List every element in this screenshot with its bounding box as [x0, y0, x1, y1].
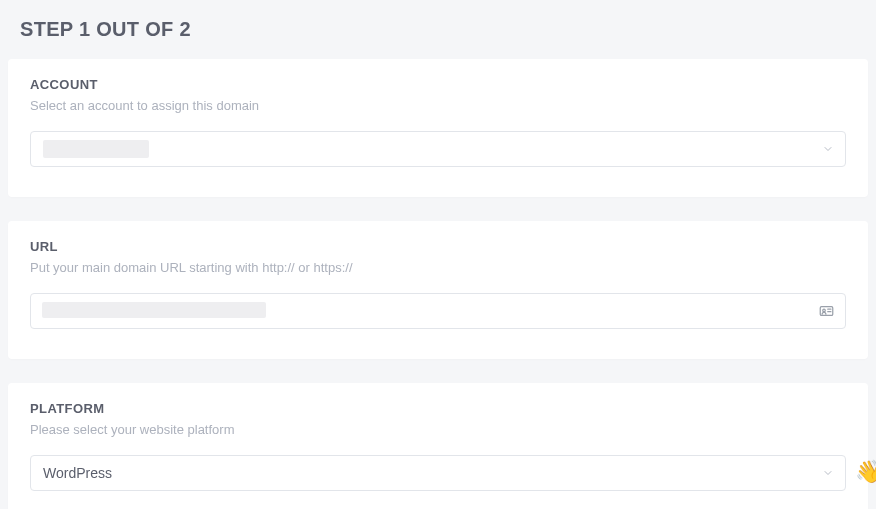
platform-select-value: WordPress — [43, 465, 112, 481]
account-select[interactable] — [30, 131, 846, 167]
wave-emoji-icon[interactable]: 👋 — [855, 459, 876, 485]
account-card: ACCOUNT Select an account to assign this… — [8, 59, 868, 197]
step-title: STEP 1 OUT OF 2 — [20, 18, 868, 41]
url-card-subtitle: Put your main domain URL starting with h… — [30, 260, 846, 275]
platform-card-title: PLATFORM — [30, 401, 846, 416]
platform-card-subtitle: Please select your website platform — [30, 422, 846, 437]
platform-select[interactable]: WordPress — [30, 455, 846, 491]
url-input[interactable] — [30, 293, 846, 329]
url-card-title: URL — [30, 239, 846, 254]
platform-card: PLATFORM Please select your website plat… — [8, 383, 868, 509]
url-card: URL Put your main domain URL starting wi… — [8, 221, 868, 359]
account-select-value — [43, 140, 149, 158]
account-card-subtitle: Select an account to assign this domain — [30, 98, 846, 113]
account-card-title: ACCOUNT — [30, 77, 846, 92]
